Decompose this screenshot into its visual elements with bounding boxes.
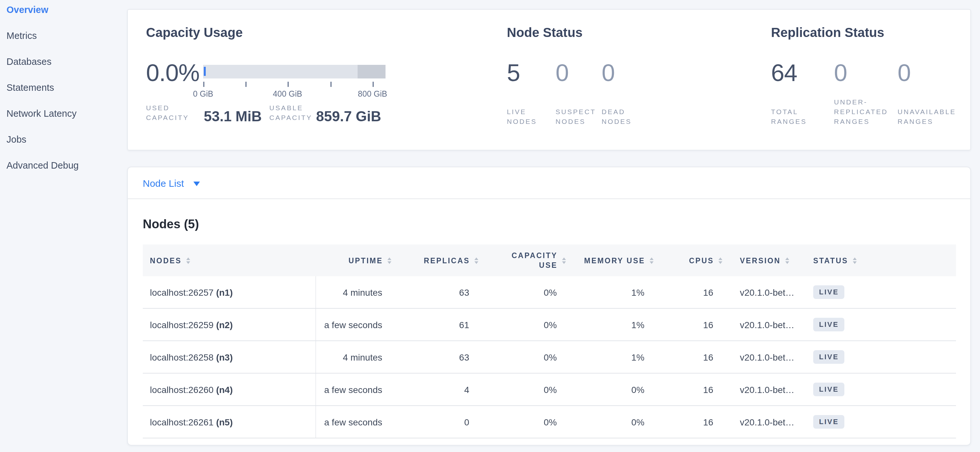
node-list-dropdown[interactable]: Node List	[143, 178, 200, 189]
column-header-capacity-use[interactable]: CAPACITY USE	[481, 244, 566, 276]
version-cell: v20.1.0-bet…	[722, 276, 799, 308]
replication-status-title: Replication Status	[771, 23, 966, 42]
sort-icon[interactable]	[785, 257, 789, 263]
node-id: (n4)	[216, 384, 233, 395]
stat-value: 5	[507, 58, 555, 94]
sort-icon[interactable]	[474, 257, 478, 263]
usable-capacity-value: 859.7 GiB	[316, 108, 381, 125]
used-capacity-value: 53.1 MiB	[204, 108, 269, 125]
column-header-status[interactable]: STATUS	[799, 244, 956, 276]
uptime-cell: 4 minutes	[315, 341, 396, 373]
node-id: (n2)	[216, 319, 233, 330]
nodes-table-title: Nodes (5)	[143, 217, 955, 232]
sidebar-item-overview[interactable]: Overview	[0, 0, 127, 23]
memory-use-cell: 1%	[566, 276, 654, 308]
capacity-gauge-reserved-segment	[358, 65, 385, 78]
node-status-panel: Node Status 5 LIVE NODES 0 SUSPECT NODES…	[507, 10, 721, 42]
status-badge: LIVE	[813, 415, 845, 429]
node-address-cell[interactable]: localhost:26259 (n2)	[143, 308, 315, 341]
node-id: (n5)	[216, 417, 233, 427]
table-row: localhost:26261 (n5) a few seconds 0 0% …	[143, 406, 956, 438]
capacity-gauge-axis-labels: 0 GiB 400 GiB 800 GiB	[203, 89, 386, 100]
table-header-row: NODES UPTIME REPLICAS CAPACITY USE MEMOR…	[143, 244, 956, 276]
sidebar-item-metrics[interactable]: Metrics	[0, 23, 127, 49]
sort-icon[interactable]	[853, 257, 857, 263]
db-console-overview-page: Overview Metrics Databases Statements Ne…	[0, 0, 980, 452]
capacity-stats: USED CAPACITY 53.1 MiB USABLE CAPACITY 8…	[146, 103, 381, 125]
capacity-use-cell: 0%	[481, 341, 566, 373]
node-id: (n3)	[216, 352, 233, 362]
node-address-cell[interactable]: localhost:26260 (n4)	[143, 373, 315, 406]
capacity-use-cell: 0%	[481, 308, 566, 341]
table-row: localhost:26257 (n1) 4 minutes 63 0% 1% …	[143, 276, 956, 308]
suspect-nodes-stat: 0 SUSPECT NODES	[555, 58, 601, 127]
status-badge: LIVE	[813, 318, 845, 331]
axis-tick-label: 800 GiB	[358, 89, 387, 98]
status-cell: LIVE	[799, 341, 956, 373]
axis-tick-label: 400 GiB	[273, 89, 302, 98]
sidebar-item-network-latency[interactable]: Network Latency	[0, 100, 127, 127]
under-replicated-ranges-stat: 0 UNDER-REPLICATED RANGES	[834, 58, 897, 127]
node-id: (n1)	[216, 287, 233, 297]
sort-icon[interactable]	[186, 257, 190, 263]
node-list-card: Node List Nodes (5) NODES UPTIME	[127, 167, 971, 446]
column-header-replicas[interactable]: REPLICAS	[396, 244, 481, 276]
sort-icon[interactable]	[650, 257, 654, 263]
uptime-cell: a few seconds	[315, 308, 396, 341]
uptime-cell: a few seconds	[315, 406, 396, 438]
stat-value: 0	[897, 58, 959, 94]
stat-label: UNDER-REPLICATED RANGES	[834, 94, 894, 127]
capacity-use-cell: 0%	[481, 406, 566, 438]
replication-status-panel: Replication Status 64 TOTAL RANGES 0 UND…	[771, 10, 966, 42]
dead-nodes-stat: 0 DEAD NODES	[601, 58, 642, 127]
sidebar-item-jobs[interactable]: Jobs	[0, 127, 127, 152]
table-row: localhost:26258 (n3) 4 minutes 63 0% 1% …	[143, 341, 956, 373]
status-cell: LIVE	[799, 406, 956, 438]
nodes-table-section: Nodes (5) NODES UPTIME REPLICAS CAPACITY…	[128, 217, 970, 438]
memory-use-cell: 0%	[566, 373, 654, 406]
sidebar-item-statements[interactable]: Statements	[0, 75, 127, 100]
cpus-cell: 16	[654, 373, 722, 406]
table-row: localhost:26260 (n4) a few seconds 4 0% …	[143, 373, 956, 406]
node-address-cell[interactable]: localhost:26257 (n1)	[143, 276, 315, 308]
capacity-use-cell: 0%	[481, 373, 566, 406]
capacity-gauge-bar	[203, 65, 385, 78]
unavailable-ranges-stat: 0 UNAVAILABLE RANGES	[897, 58, 959, 127]
capacity-gauge-ticks	[203, 82, 386, 88]
version-cell: v20.1.0-bet…	[722, 373, 799, 406]
node-list-dropdown-bar: Node List	[128, 167, 970, 199]
replicas-cell: 63	[396, 276, 481, 308]
cpus-cell: 16	[654, 341, 722, 373]
stat-label: TOTAL RANGES	[771, 94, 811, 127]
node-address-cell[interactable]: localhost:26261 (n5)	[143, 406, 315, 438]
sort-icon[interactable]	[718, 257, 722, 263]
column-header-memory-use[interactable]: MEMORY USE	[566, 244, 654, 276]
column-header-nodes[interactable]: NODES	[143, 244, 315, 276]
total-ranges-stat: 64 TOTAL RANGES	[771, 58, 834, 127]
chevron-down-icon	[194, 181, 200, 186]
status-cell: LIVE	[799, 373, 956, 406]
sidebar-item-databases[interactable]: Databases	[0, 49, 127, 75]
uptime-cell: a few seconds	[315, 373, 396, 406]
column-header-uptime[interactable]: UPTIME	[315, 244, 396, 276]
node-address-cell[interactable]: localhost:26258 (n3)	[143, 341, 315, 373]
status-badge: LIVE	[813, 350, 845, 364]
status-cell: LIVE	[799, 308, 956, 341]
sort-icon[interactable]	[387, 257, 391, 263]
replicas-cell: 63	[396, 341, 481, 373]
status-cell: LIVE	[799, 276, 956, 308]
sidebar-item-advanced-debug[interactable]: Advanced Debug	[0, 152, 127, 178]
stat-label: LIVE NODES	[507, 94, 547, 127]
cpus-cell: 16	[654, 406, 722, 438]
node-list-dropdown-label: Node List	[143, 178, 184, 189]
nodes-table: NODES UPTIME REPLICAS CAPACITY USE MEMOR…	[143, 244, 956, 438]
cluster-summary-card: Capacity Usage 0.0% 0 GiB 400 GiB 800 Gi…	[127, 9, 971, 151]
column-header-version[interactable]: VERSION	[722, 244, 799, 276]
stat-label: SUSPECT NODES	[555, 94, 596, 127]
stat-label: UNAVAILABLE RANGES	[897, 94, 959, 127]
capacity-gauge-used-marker	[204, 67, 206, 76]
sort-icon[interactable]	[562, 257, 566, 263]
status-badge: LIVE	[813, 382, 845, 396]
cpus-cell: 16	[654, 308, 722, 341]
column-header-cpus[interactable]: CPUS	[654, 244, 722, 276]
